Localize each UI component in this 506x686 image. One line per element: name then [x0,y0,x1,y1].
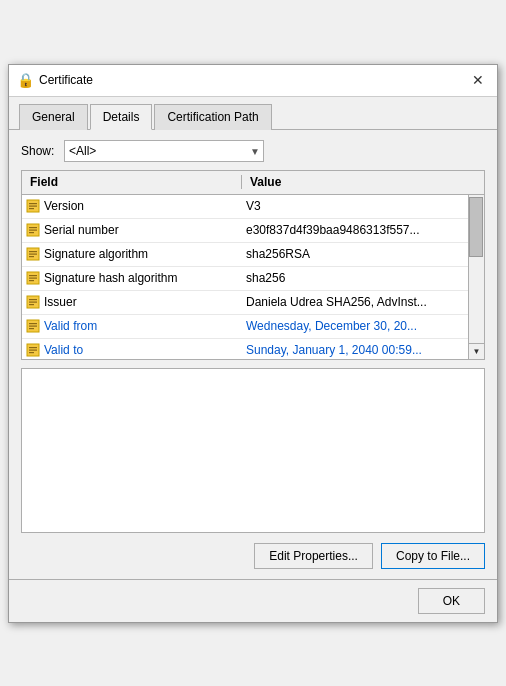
svg-rect-10 [29,254,37,255]
value-cell: Wednesday, December 30, 20... [242,319,484,333]
field-cell: Signature algorithm [22,247,242,261]
field-icon [26,343,40,357]
svg-rect-25 [29,347,37,348]
field-cell: Signature hash algorithm [22,271,242,285]
certificate-title-icon: 🔒 [17,72,33,88]
scrollbar-thumb[interactable] [469,197,483,257]
tab-certification-path[interactable]: Certification Path [154,104,271,130]
show-select-wrapper: <All> Version 1 Fields Only Extensions O… [64,140,264,162]
field-icon [26,271,40,285]
value-cell: sha256 [242,271,484,285]
scrollbar-track [468,195,484,359]
certificate-dialog: 🔒 Certificate ✕ General Details Certific… [8,64,498,623]
table-row[interactable]: Signature algorithm sha256RSA [22,243,484,267]
field-icon [26,223,40,237]
edit-properties-button[interactable]: Edit Properties... [254,543,373,569]
title-bar: 🔒 Certificate ✕ [9,65,497,97]
scroll-down-button[interactable]: ▼ [468,343,484,359]
dialog-title: Certificate [39,73,93,87]
value-cell: e30f837d4f39baa9486313f557... [242,223,484,237]
table-body[interactable]: Version V3 Serial number e30f837d4f39baa… [22,195,484,359]
action-buttons: Edit Properties... Copy to File... [21,543,485,569]
svg-rect-23 [29,328,34,329]
svg-rect-11 [29,256,34,257]
svg-rect-14 [29,278,37,279]
svg-rect-27 [29,352,34,353]
table-row[interactable]: Signature hash algorithm sha256 [22,267,484,291]
table-row[interactable]: Serial number e30f837d4f39baa9486313f557… [22,219,484,243]
table-row[interactable]: Issuer Daniela Udrea SHA256, AdvInst... [22,291,484,315]
field-icon [26,199,40,213]
field-icon [26,247,40,261]
svg-rect-21 [29,323,37,324]
table-row[interactable]: Version V3 [22,195,484,219]
svg-rect-17 [29,299,37,300]
svg-rect-6 [29,230,37,231]
field-cell: Issuer [22,295,242,309]
copy-to-file-button[interactable]: Copy to File... [381,543,485,569]
svg-rect-9 [29,251,37,252]
ok-button[interactable]: OK [418,588,485,614]
title-bar-left: 🔒 Certificate [17,72,93,88]
value-cell: Sunday, January 1, 2040 00:59... [242,343,484,357]
field-cell: Serial number [22,223,242,237]
footer: OK [9,579,497,622]
svg-rect-7 [29,232,34,233]
svg-rect-19 [29,304,34,305]
tab-content: Show: <All> Version 1 Fields Only Extens… [9,130,497,579]
field-icon [26,295,40,309]
value-cell: Daniela Udrea SHA256, AdvInst... [242,295,484,309]
svg-rect-13 [29,275,37,276]
svg-rect-22 [29,326,37,327]
svg-rect-26 [29,350,37,351]
fields-table: Field Value Version V3 [21,170,485,360]
svg-rect-2 [29,206,37,207]
value-column-header: Value [242,175,484,189]
table-row[interactable]: Valid from Wednesday, December 30, 20... [22,315,484,339]
svg-rect-3 [29,208,34,209]
detail-box [21,368,485,533]
tab-details[interactable]: Details [90,104,153,130]
svg-rect-1 [29,203,37,204]
tab-general[interactable]: General [19,104,88,130]
field-cell: Valid from [22,319,242,333]
svg-rect-15 [29,280,34,281]
close-button[interactable]: ✕ [467,69,489,91]
svg-rect-5 [29,227,37,228]
field-icon [26,319,40,333]
show-select[interactable]: <All> Version 1 Fields Only Extensions O… [64,140,264,162]
show-label: Show: [21,144,56,158]
table-header: Field Value [22,171,484,195]
svg-rect-18 [29,302,37,303]
table-row[interactable]: Valid to Sunday, January 1, 2040 00:59..… [22,339,484,359]
value-cell: sha256RSA [242,247,484,261]
field-column-header: Field [22,175,242,189]
value-cell: V3 [242,199,484,213]
field-cell: Version [22,199,242,213]
field-cell: Valid to [22,343,242,357]
show-row: Show: <All> Version 1 Fields Only Extens… [21,140,485,162]
tab-bar: General Details Certification Path [9,97,497,130]
